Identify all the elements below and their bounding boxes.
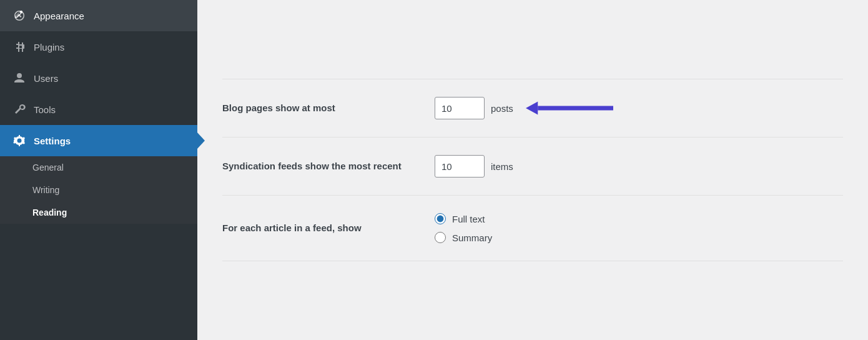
settings-icon: [12, 134, 26, 148]
blog-pages-label: Blog pages show at most: [222, 101, 435, 116]
sidebar-item-settings[interactable]: Settings: [0, 125, 197, 156]
full-text-radio[interactable]: [435, 213, 446, 224]
svg-marker-0: [526, 102, 538, 115]
feed-article-label: For each article in a feed, show: [222, 221, 435, 236]
tools-icon: [12, 102, 26, 116]
full-text-label: Full text: [452, 214, 485, 224]
feed-article-control: Full text Summary: [435, 213, 843, 243]
summary-label: Summary: [452, 232, 492, 243]
sidebar-item-appearance-label: Appearance: [34, 11, 84, 21]
syndication-input[interactable]: [435, 155, 485, 178]
blog-pages-unit: posts: [491, 103, 513, 114]
syndication-control: items: [435, 155, 843, 178]
syndication-row: Syndication feeds show the most recent i…: [222, 138, 843, 196]
sidebar-item-appearance[interactable]: Appearance: [0, 0, 197, 31]
settings-submenu: General Writing Reading: [0, 156, 197, 224]
syndication-label: Syndication feeds show the most recent: [222, 159, 435, 174]
submenu-item-reading[interactable]: Reading: [0, 201, 197, 224]
blog-pages-input[interactable]: [435, 97, 485, 119]
blog-pages-control: posts: [435, 97, 843, 119]
users-icon: [12, 71, 26, 85]
sidebar-item-plugins[interactable]: Plugins: [0, 31, 197, 62]
feed-article-radio-group: Full text Summary: [435, 213, 492, 243]
sidebar-item-plugins-label: Plugins: [34, 42, 64, 52]
appearance-icon: [12, 9, 26, 22]
syndication-unit: items: [491, 161, 513, 172]
summary-radio[interactable]: [435, 232, 446, 243]
submenu-item-general[interactable]: General: [0, 156, 197, 179]
full-text-option[interactable]: Full text: [435, 213, 492, 224]
blog-pages-row: Blog pages show at most posts: [222, 79, 843, 138]
feed-article-row: For each article in a feed, show Full te…: [222, 196, 843, 261]
arrow-annotation: [526, 99, 613, 117]
sidebar-item-users-label: Users: [34, 73, 58, 84]
svg-rect-1: [538, 106, 613, 111]
sidebar-item-settings-label: Settings: [34, 136, 71, 146]
submenu-item-writing-label: Writing: [32, 185, 59, 195]
submenu-item-general-label: General: [32, 162, 64, 172]
sidebar-item-tools[interactable]: Tools: [0, 94, 197, 125]
arrow-icon: [526, 99, 613, 117]
main-content: Blog pages show at most posts Syndicatio…: [197, 0, 868, 340]
plugins-icon: [12, 40, 26, 54]
submenu-item-reading-label: Reading: [32, 208, 67, 218]
sidebar-item-users[interactable]: Users: [0, 62, 197, 94]
submenu-item-writing[interactable]: Writing: [0, 179, 197, 201]
summary-option[interactable]: Summary: [435, 232, 492, 243]
sidebar-item-tools-label: Tools: [34, 104, 56, 115]
sidebar: Appearance Plugins Users Tools: [0, 0, 197, 340]
